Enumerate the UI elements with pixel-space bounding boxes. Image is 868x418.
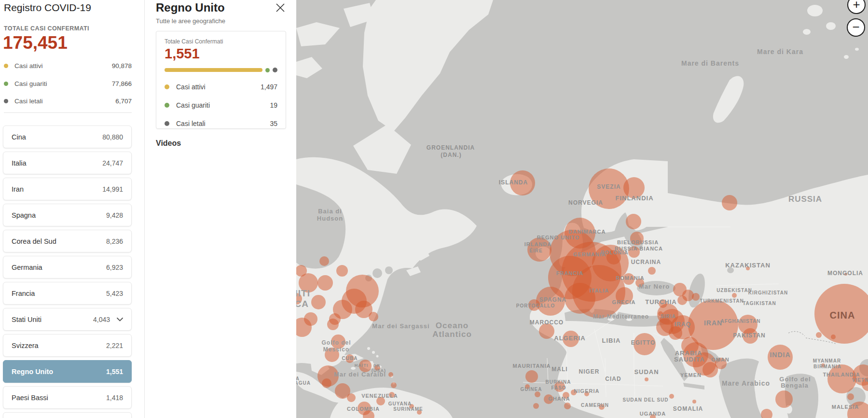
country-name: Germania <box>12 264 106 271</box>
map-label: IRAN <box>704 319 722 327</box>
case-bubble[interactable] <box>564 403 571 409</box>
case-bubble[interactable] <box>327 319 339 330</box>
map-label: MALESIA <box>832 404 859 410</box>
case-bubble[interactable] <box>322 378 331 388</box>
map-label: LIBIA <box>602 337 621 344</box>
close-icon[interactable] <box>274 1 287 14</box>
detail-card-value: 1,551 <box>165 46 277 62</box>
case-bubble[interactable] <box>311 295 326 309</box>
active-dot-icon <box>165 84 169 89</box>
map-label: CAMERUN <box>581 403 609 408</box>
case-bubble[interactable] <box>525 370 538 383</box>
map-label: Mare di Kara <box>757 48 803 56</box>
country-row-francia[interactable]: Francia5,423 <box>3 282 132 305</box>
map-label: YEMEN <box>680 372 702 378</box>
case-bubble[interactable] <box>669 394 674 399</box>
country-row-germania[interactable]: Germania6,923 <box>3 256 132 279</box>
recovered-dot-icon <box>4 82 8 86</box>
country-row-iran[interactable]: Iran14,991 <box>3 178 132 200</box>
country-row-cina[interactable]: Cina80,880 <box>3 125 132 148</box>
map-label: Bengala <box>781 382 809 389</box>
map-label: IRLANDA <box>524 241 552 247</box>
map-label: GROENLANDIA <box>427 144 475 151</box>
case-bubble[interactable] <box>692 293 700 301</box>
case-bubble[interactable] <box>535 391 540 397</box>
map-label: SURINAME <box>393 406 423 412</box>
map-label: MALI <box>551 366 567 373</box>
case-bubble[interactable] <box>391 382 397 388</box>
map-label: Hudson <box>317 215 343 222</box>
case-bubble[interactable] <box>388 372 393 377</box>
zoom-out-button[interactable]: − <box>847 18 865 37</box>
map-label: EGITTO <box>631 339 655 346</box>
case-bubble[interactable] <box>847 393 854 400</box>
country-row-spagna[interactable]: Spagna9,428 <box>3 204 132 226</box>
case-bubble[interactable] <box>336 265 348 277</box>
world-map[interactable]: Mare di BarentsMare di KaraGROENLANDIA(D… <box>296 0 868 418</box>
country-value: 9,428 <box>106 211 123 219</box>
map-label: DANIMARCA <box>569 229 606 235</box>
case-bubble[interactable] <box>533 403 539 409</box>
detail-row-label: Casi attivi <box>176 83 261 91</box>
country-row-regno-unito[interactable]: Regno Unito1,551 <box>3 360 132 383</box>
map-label: MAROCCO <box>530 319 564 326</box>
detail-card-label: Totale Casi Confermati <box>165 38 277 45</box>
country-row-partial[interactable] <box>3 412 132 418</box>
country-value: 6,923 <box>106 264 123 271</box>
country-row-stati-uniti[interactable]: Stati Uniti4,043 <box>3 308 132 331</box>
detail-row-fatal: Casi letali 35 <box>165 120 277 127</box>
map-label: GRECIA <box>612 299 636 305</box>
country-name: Francia <box>12 290 106 297</box>
case-bubble[interactable] <box>677 295 687 305</box>
map-label: REGNO UNITO <box>537 235 579 240</box>
map-label: Mare di Barents <box>681 59 739 67</box>
map-label: SOMALIA <box>673 405 703 412</box>
case-bubble[interactable] <box>347 393 356 402</box>
country-row-paesi-bassi[interactable]: Paesi Bassi1,418 <box>3 386 132 409</box>
country-name: Paesi Bassi <box>12 394 106 402</box>
map-label: Mar Nero <box>639 283 670 290</box>
case-bubble[interactable] <box>816 332 822 338</box>
map-label: PAKISTAN <box>733 332 766 339</box>
map-label: SUDAN <box>634 368 659 376</box>
detail-subtitle: Tutte le aree geografiche <box>156 17 225 25</box>
country-row-svizzera[interactable]: Svizzera2,221 <box>3 334 132 357</box>
legend-recovered: Casi guariti 77,866 <box>4 79 132 88</box>
map-label: RUSSIA <box>788 195 822 204</box>
map-label: UZBEKISTAN <box>716 288 752 293</box>
case-bubble[interactable] <box>626 214 641 229</box>
case-bubble[interactable] <box>317 275 333 291</box>
fatal-dot-icon <box>4 99 8 103</box>
legend-value: 90,878 <box>112 62 132 70</box>
country-row-corea-del-sud[interactable]: Corea del Sud8,236 <box>3 230 132 252</box>
country-value: 14,991 <box>102 185 123 193</box>
country-row-italia[interactable]: Italia24,747 <box>3 152 132 174</box>
chevron-down-icon[interactable] <box>117 318 123 321</box>
map-label: GHANA <box>548 396 570 402</box>
map-label: KAZAKISTAN <box>725 262 771 269</box>
case-bubble[interactable] <box>722 195 737 210</box>
case-bubble[interactable] <box>648 267 656 275</box>
case-bubble[interactable] <box>831 334 836 339</box>
active-bar-segment <box>165 68 262 72</box>
map-label: (DAN.) <box>441 152 461 158</box>
case-bubble[interactable] <box>775 390 793 408</box>
map-label: Baia di <box>318 208 342 215</box>
covid-dashboard: Registro COVID-19 TOTALE CASI CONFERMATI… <box>0 0 868 418</box>
map-label: BIRMANIA <box>813 364 841 369</box>
detail-row-active: Casi attivi 1,497 <box>165 83 277 91</box>
map-label: Mare Arabico <box>722 379 770 387</box>
detail-row-label: Casi letali <box>176 120 270 127</box>
map-label: BIELORUSSIA <box>617 239 659 245</box>
country-value: 1,418 <box>106 394 123 402</box>
map-label: TAGIKISTAN <box>743 301 776 306</box>
case-bubble[interactable] <box>369 312 378 321</box>
case-bubble[interactable] <box>692 400 696 404</box>
detail-row-value: 19 <box>270 101 277 109</box>
country-name: Cina <box>12 133 102 141</box>
map-label: FASO <box>551 385 566 390</box>
case-bubble[interactable] <box>319 256 329 266</box>
case-bubble[interactable] <box>732 293 737 298</box>
videos-heading: Videos <box>156 139 181 148</box>
case-bubble[interactable] <box>645 377 648 381</box>
